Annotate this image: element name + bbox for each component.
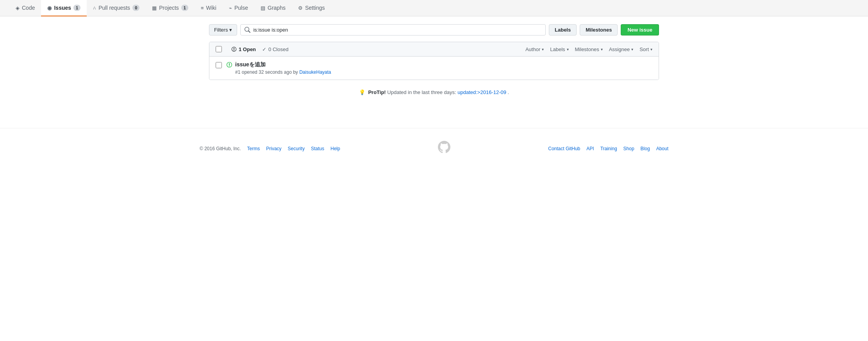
- select-all-checkbox[interactable]: [216, 46, 222, 52]
- repo-nav: ◈ Code ◉ Issues 1 ⑃ Pull requests 0 ▦ Pr…: [0, 0, 868, 16]
- milestones-button[interactable]: Milestones: [580, 24, 618, 36]
- filters-label: Filters: [214, 27, 228, 33]
- chevron-down-icon: ▾: [229, 27, 232, 33]
- tab-pulse[interactable]: ⌁ Pulse: [223, 0, 254, 16]
- github-logo: [438, 141, 450, 156]
- issues-header-left: 1 Open ✓ 0 Closed: [216, 46, 525, 52]
- protip-section: 💡 ProTip! Updated in the last three days…: [209, 80, 659, 105]
- chevron-down-icon: ▾: [567, 47, 569, 52]
- chevron-down-icon: ▾: [631, 47, 633, 52]
- issues-badge: 1: [73, 5, 80, 11]
- protip-label: ProTip!: [368, 89, 386, 95]
- graphs-icon: ▨: [261, 5, 265, 11]
- tab-code[interactable]: ◈ Code: [9, 0, 41, 16]
- chevron-down-icon: ▾: [542, 47, 544, 52]
- projects-badge: 1: [181, 5, 188, 11]
- issues-box: 1 Open ✓ 0 Closed Author ▾ Labels ▾ Mile…: [209, 42, 659, 80]
- pr-icon: ⑃: [93, 5, 96, 11]
- footer-inner: © 2016 GitHub, Inc. Terms Privacy Securi…: [200, 141, 668, 156]
- lightbulb-icon: 💡: [359, 89, 365, 95]
- footer-left: © 2016 GitHub, Inc. Terms Privacy Securi…: [200, 146, 340, 151]
- search-icon: [244, 27, 250, 33]
- milestones-filter[interactable]: Milestones ▾: [575, 46, 603, 52]
- footer-blog-link[interactable]: Blog: [641, 146, 650, 151]
- search-input-wrap: [240, 24, 546, 36]
- assignee-filter[interactable]: Assignee ▾: [609, 46, 633, 52]
- closed-count[interactable]: ✓ 0 Closed: [262, 46, 288, 52]
- issue-content: issueを追加 #1 opened 32 seconds ago by Dai…: [235, 61, 652, 75]
- footer-right: Contact GitHub API Training Shop Blog Ab…: [548, 146, 668, 151]
- projects-icon: ▦: [152, 5, 157, 11]
- filters-button[interactable]: Filters ▾: [209, 24, 237, 36]
- footer-about-link[interactable]: About: [656, 146, 668, 151]
- tab-projects[interactable]: ▦ Projects 1: [146, 0, 195, 16]
- pulse-icon: ⌁: [229, 5, 232, 11]
- author-filter[interactable]: Author ▾: [525, 46, 544, 52]
- copyright-text: © 2016 GitHub, Inc.: [200, 146, 241, 151]
- sort-filter[interactable]: Sort ▾: [639, 46, 652, 52]
- issues-icon: ◉: [47, 5, 52, 11]
- footer-security-link[interactable]: Security: [288, 146, 305, 151]
- labels-button[interactable]: Labels: [549, 24, 577, 36]
- footer-terms-link[interactable]: Terms: [247, 146, 260, 151]
- settings-icon: ⚙: [298, 5, 303, 11]
- tab-issues[interactable]: ◉ Issues 1: [41, 0, 87, 16]
- issues-list-header: 1 Open ✓ 0 Closed Author ▾ Labels ▾ Mile…: [209, 42, 659, 57]
- tab-wiki[interactable]: ≡ Wiki: [195, 0, 223, 16]
- footer-training-link[interactable]: Training: [600, 146, 617, 151]
- footer-api-link[interactable]: API: [586, 146, 594, 151]
- new-issue-button[interactable]: New issue: [621, 24, 659, 36]
- new-issue-label: New issue: [627, 27, 652, 33]
- pr-badge: 0: [132, 5, 139, 11]
- footer-help-link[interactable]: Help: [330, 146, 340, 151]
- tab-graphs[interactable]: ▨ Graphs: [254, 0, 292, 16]
- tab-settings[interactable]: ⚙ Settings: [292, 0, 331, 16]
- issue-checkbox[interactable]: [216, 62, 222, 68]
- footer: © 2016 GitHub, Inc. Terms Privacy Securi…: [0, 128, 868, 165]
- search-input[interactable]: [240, 24, 546, 36]
- main-content: Filters ▾ Labels Milestones New issue: [200, 16, 668, 112]
- footer-status-link[interactable]: Status: [311, 146, 324, 151]
- footer-shop-link[interactable]: Shop: [623, 146, 634, 151]
- chevron-down-icon: ▾: [601, 47, 603, 52]
- issue-meta: #1 opened 32 seconds ago by DaisukeHayat…: [235, 69, 652, 75]
- labels-label: Labels: [555, 27, 571, 33]
- checkmark-icon: ✓: [262, 46, 266, 52]
- protip-text: Updated in the last three days:: [387, 89, 456, 95]
- footer-privacy-link[interactable]: Privacy: [266, 146, 281, 151]
- labels-filter[interactable]: Labels ▾: [550, 46, 568, 52]
- wiki-icon: ≡: [201, 5, 204, 11]
- milestones-label: Milestones: [586, 27, 612, 33]
- protip-link[interactable]: updated:>2016-12-09: [457, 89, 506, 95]
- issues-toolbar: Filters ▾ Labels Milestones New issue: [209, 24, 659, 36]
- issue-open-icon: [227, 62, 232, 69]
- tab-pull-requests[interactable]: ⑃ Pull requests 0: [87, 0, 146, 16]
- code-icon: ◈: [16, 5, 20, 11]
- issues-header-right: Author ▾ Labels ▾ Milestones ▾ Assignee …: [525, 46, 652, 52]
- issue-title[interactable]: issueを追加: [235, 61, 652, 68]
- open-count: 1 Open: [231, 46, 256, 52]
- open-issue-icon: [231, 46, 237, 52]
- footer-contact-link[interactable]: Contact GitHub: [548, 146, 580, 151]
- table-row: issueを追加 #1 opened 32 seconds ago by Dai…: [209, 57, 659, 80]
- chevron-down-icon: ▾: [650, 47, 652, 52]
- protip-end: .: [508, 89, 509, 95]
- issue-author-link[interactable]: DaisukeHayata: [299, 69, 331, 75]
